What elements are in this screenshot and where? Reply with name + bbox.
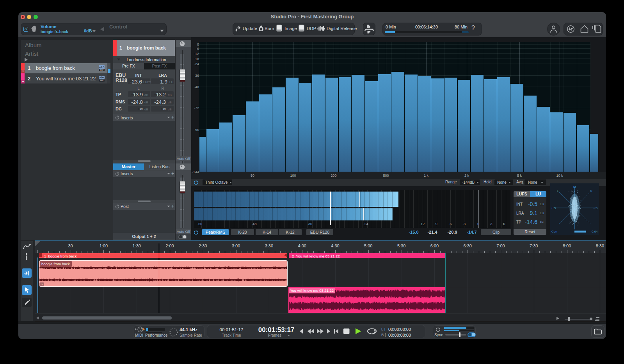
svg-text:R: R xyxy=(590,189,592,193)
svg-text:WAV: WAV xyxy=(100,69,104,71)
svg-text:- S: - S xyxy=(594,206,597,210)
svg-text:M: M xyxy=(573,185,576,189)
svg-text:L: L xyxy=(557,189,559,193)
svg-text:WAV: WAV xyxy=(100,80,104,82)
svg-text:+ S: + S xyxy=(551,206,556,210)
